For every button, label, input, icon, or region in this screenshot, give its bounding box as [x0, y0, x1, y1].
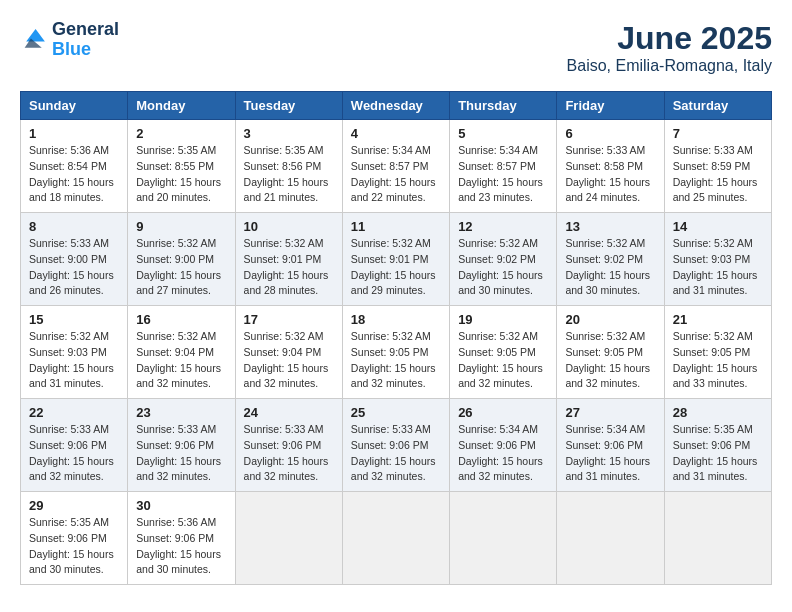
day-info: Sunrise: 5:33 AM Sunset: 9:00 PM Dayligh…: [29, 236, 119, 299]
day-number: 15: [29, 312, 119, 327]
day-cell-23: 23Sunrise: 5:33 AM Sunset: 9:06 PM Dayli…: [128, 399, 235, 492]
day-number: 12: [458, 219, 548, 234]
day-number: 21: [673, 312, 763, 327]
day-cell-2: 2Sunrise: 5:35 AM Sunset: 8:55 PM Daylig…: [128, 120, 235, 213]
logo-text: General Blue: [52, 20, 119, 60]
empty-cell: [450, 492, 557, 585]
day-cell-7: 7Sunrise: 5:33 AM Sunset: 8:59 PM Daylig…: [664, 120, 771, 213]
col-header-wednesday: Wednesday: [342, 92, 449, 120]
day-cell-1: 1Sunrise: 5:36 AM Sunset: 8:54 PM Daylig…: [21, 120, 128, 213]
day-info: Sunrise: 5:35 AM Sunset: 8:56 PM Dayligh…: [244, 143, 334, 206]
day-info: Sunrise: 5:34 AM Sunset: 9:06 PM Dayligh…: [458, 422, 548, 485]
header-row: SundayMondayTuesdayWednesdayThursdayFrid…: [21, 92, 772, 120]
day-cell-17: 17Sunrise: 5:32 AM Sunset: 9:04 PM Dayli…: [235, 306, 342, 399]
day-cell-6: 6Sunrise: 5:33 AM Sunset: 8:58 PM Daylig…: [557, 120, 664, 213]
day-info: Sunrise: 5:32 AM Sunset: 9:00 PM Dayligh…: [136, 236, 226, 299]
day-number: 24: [244, 405, 334, 420]
day-number: 7: [673, 126, 763, 141]
day-cell-4: 4Sunrise: 5:34 AM Sunset: 8:57 PM Daylig…: [342, 120, 449, 213]
day-cell-27: 27Sunrise: 5:34 AM Sunset: 9:06 PM Dayli…: [557, 399, 664, 492]
day-number: 22: [29, 405, 119, 420]
day-cell-15: 15Sunrise: 5:32 AM Sunset: 9:03 PM Dayli…: [21, 306, 128, 399]
day-info: Sunrise: 5:35 AM Sunset: 9:06 PM Dayligh…: [29, 515, 119, 578]
day-number: 11: [351, 219, 441, 234]
day-cell-5: 5Sunrise: 5:34 AM Sunset: 8:57 PM Daylig…: [450, 120, 557, 213]
main-title: June 2025: [567, 20, 772, 57]
day-number: 1: [29, 126, 119, 141]
day-number: 23: [136, 405, 226, 420]
day-info: Sunrise: 5:32 AM Sunset: 9:05 PM Dayligh…: [351, 329, 441, 392]
day-cell-29: 29Sunrise: 5:35 AM Sunset: 9:06 PM Dayli…: [21, 492, 128, 585]
empty-cell: [664, 492, 771, 585]
day-info: Sunrise: 5:34 AM Sunset: 9:06 PM Dayligh…: [565, 422, 655, 485]
svg-marker-0: [26, 29, 45, 41]
day-cell-8: 8Sunrise: 5:33 AM Sunset: 9:00 PM Daylig…: [21, 213, 128, 306]
empty-cell: [342, 492, 449, 585]
day-info: Sunrise: 5:35 AM Sunset: 8:55 PM Dayligh…: [136, 143, 226, 206]
day-number: 2: [136, 126, 226, 141]
day-info: Sunrise: 5:32 AM Sunset: 9:01 PM Dayligh…: [244, 236, 334, 299]
day-cell-28: 28Sunrise: 5:35 AM Sunset: 9:06 PM Dayli…: [664, 399, 771, 492]
day-number: 27: [565, 405, 655, 420]
day-info: Sunrise: 5:32 AM Sunset: 9:03 PM Dayligh…: [673, 236, 763, 299]
day-info: Sunrise: 5:35 AM Sunset: 9:06 PM Dayligh…: [673, 422, 763, 485]
day-info: Sunrise: 5:33 AM Sunset: 9:06 PM Dayligh…: [244, 422, 334, 485]
day-info: Sunrise: 5:33 AM Sunset: 8:58 PM Dayligh…: [565, 143, 655, 206]
day-info: Sunrise: 5:33 AM Sunset: 9:06 PM Dayligh…: [351, 422, 441, 485]
day-info: Sunrise: 5:32 AM Sunset: 9:05 PM Dayligh…: [565, 329, 655, 392]
day-info: Sunrise: 5:32 AM Sunset: 9:04 PM Dayligh…: [136, 329, 226, 392]
day-number: 29: [29, 498, 119, 513]
day-number: 25: [351, 405, 441, 420]
col-header-monday: Monday: [128, 92, 235, 120]
day-number: 6: [565, 126, 655, 141]
day-cell-24: 24Sunrise: 5:33 AM Sunset: 9:06 PM Dayli…: [235, 399, 342, 492]
day-number: 14: [673, 219, 763, 234]
day-cell-11: 11Sunrise: 5:32 AM Sunset: 9:01 PM Dayli…: [342, 213, 449, 306]
day-info: Sunrise: 5:34 AM Sunset: 8:57 PM Dayligh…: [458, 143, 548, 206]
day-info: Sunrise: 5:33 AM Sunset: 8:59 PM Dayligh…: [673, 143, 763, 206]
subtitle: Baiso, Emilia-Romagna, Italy: [567, 57, 772, 75]
day-cell-21: 21Sunrise: 5:32 AM Sunset: 9:05 PM Dayli…: [664, 306, 771, 399]
day-info: Sunrise: 5:32 AM Sunset: 9:02 PM Dayligh…: [458, 236, 548, 299]
day-cell-3: 3Sunrise: 5:35 AM Sunset: 8:56 PM Daylig…: [235, 120, 342, 213]
day-cell-30: 30Sunrise: 5:36 AM Sunset: 9:06 PM Dayli…: [128, 492, 235, 585]
week-row-5: 29Sunrise: 5:35 AM Sunset: 9:06 PM Dayli…: [21, 492, 772, 585]
day-info: Sunrise: 5:34 AM Sunset: 8:57 PM Dayligh…: [351, 143, 441, 206]
title-block: June 2025 Baiso, Emilia-Romagna, Italy: [567, 20, 772, 75]
day-number: 16: [136, 312, 226, 327]
week-row-2: 8Sunrise: 5:33 AM Sunset: 9:00 PM Daylig…: [21, 213, 772, 306]
week-row-1: 1Sunrise: 5:36 AM Sunset: 8:54 PM Daylig…: [21, 120, 772, 213]
day-number: 30: [136, 498, 226, 513]
day-cell-19: 19Sunrise: 5:32 AM Sunset: 9:05 PM Dayli…: [450, 306, 557, 399]
day-info: Sunrise: 5:32 AM Sunset: 9:03 PM Dayligh…: [29, 329, 119, 392]
day-number: 4: [351, 126, 441, 141]
day-number: 20: [565, 312, 655, 327]
day-cell-20: 20Sunrise: 5:32 AM Sunset: 9:05 PM Dayli…: [557, 306, 664, 399]
day-info: Sunrise: 5:33 AM Sunset: 9:06 PM Dayligh…: [136, 422, 226, 485]
col-header-saturday: Saturday: [664, 92, 771, 120]
day-info: Sunrise: 5:36 AM Sunset: 9:06 PM Dayligh…: [136, 515, 226, 578]
day-cell-10: 10Sunrise: 5:32 AM Sunset: 9:01 PM Dayli…: [235, 213, 342, 306]
day-cell-9: 9Sunrise: 5:32 AM Sunset: 9:00 PM Daylig…: [128, 213, 235, 306]
day-info: Sunrise: 5:32 AM Sunset: 9:04 PM Dayligh…: [244, 329, 334, 392]
day-info: Sunrise: 5:33 AM Sunset: 9:06 PM Dayligh…: [29, 422, 119, 485]
calendar-table: SundayMondayTuesdayWednesdayThursdayFrid…: [20, 91, 772, 585]
day-info: Sunrise: 5:32 AM Sunset: 9:05 PM Dayligh…: [458, 329, 548, 392]
day-cell-18: 18Sunrise: 5:32 AM Sunset: 9:05 PM Dayli…: [342, 306, 449, 399]
day-info: Sunrise: 5:32 AM Sunset: 9:02 PM Dayligh…: [565, 236, 655, 299]
day-info: Sunrise: 5:32 AM Sunset: 9:05 PM Dayligh…: [673, 329, 763, 392]
day-number: 10: [244, 219, 334, 234]
col-header-friday: Friday: [557, 92, 664, 120]
col-header-tuesday: Tuesday: [235, 92, 342, 120]
day-number: 8: [29, 219, 119, 234]
day-number: 17: [244, 312, 334, 327]
day-cell-26: 26Sunrise: 5:34 AM Sunset: 9:06 PM Dayli…: [450, 399, 557, 492]
logo-icon: [20, 26, 48, 54]
logo: General Blue: [20, 20, 119, 60]
week-row-3: 15Sunrise: 5:32 AM Sunset: 9:03 PM Dayli…: [21, 306, 772, 399]
day-number: 3: [244, 126, 334, 141]
day-cell-13: 13Sunrise: 5:32 AM Sunset: 9:02 PM Dayli…: [557, 213, 664, 306]
day-info: Sunrise: 5:32 AM Sunset: 9:01 PM Dayligh…: [351, 236, 441, 299]
day-number: 19: [458, 312, 548, 327]
day-cell-25: 25Sunrise: 5:33 AM Sunset: 9:06 PM Dayli…: [342, 399, 449, 492]
